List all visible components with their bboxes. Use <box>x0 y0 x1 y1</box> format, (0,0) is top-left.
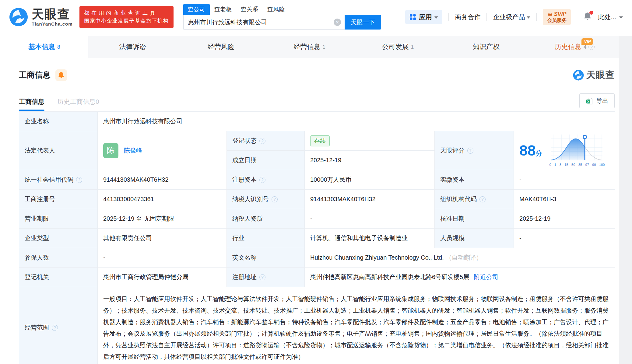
label-text: 天眼评分 <box>440 146 465 155</box>
tab-label: 经营风险 <box>208 42 234 51</box>
field-label-company-name: 企业名称 <box>19 112 98 131</box>
help-icon[interactable]: ? <box>259 177 265 183</box>
field-value-score: 88分 <box>514 131 615 170</box>
help-icon[interactable]: ? <box>467 148 473 154</box>
label-text: 注册资本 <box>232 176 257 184</box>
field-label-industry: 行业 <box>227 229 305 248</box>
legal-rep-link[interactable]: 陈俊峰 <box>124 146 142 155</box>
nav-business-cooperation[interactable]: 商务合作 <box>455 13 480 21</box>
basic-info-content: 工商信息 天眼查 工商信息 历史工商信息0 <box>0 58 619 364</box>
field-label-approval-date: 核准日期 <box>435 209 514 229</box>
tab-company-development[interactable]: 公司发展 1 <box>354 36 442 58</box>
auto-translate-note: （自动翻译） <box>446 254 482 261</box>
svg-text:X: X <box>587 100 589 103</box>
tianyancha-watermark: 天眼查 <box>573 69 615 81</box>
tianyancha-logo[interactable]: 天眼查 TianYanCha.com <box>9 8 73 26</box>
help-icon[interactable]: ? <box>52 325 58 331</box>
tab-label: 知识产权 <box>473 42 500 51</box>
axis-tick: 97 <box>585 163 589 166</box>
brand-domain: TianYanCha.com <box>32 21 73 26</box>
field-value-reg-number: 441303000473361 <box>98 190 227 209</box>
export-button[interactable]: X 导出 <box>579 93 615 108</box>
apps-label: 应用 <box>419 13 432 21</box>
export-label: 导出 <box>596 97 608 105</box>
field-label-insured-count: 参保人数 <box>19 248 98 268</box>
help-icon[interactable]: ? <box>272 196 278 202</box>
business-info-table: 企业名称 惠州市川行致远科技有限公司 法定代表人 陈 陈俊峰 登记状态? 存续 <box>19 111 615 364</box>
nearby-companies-link[interactable]: 附近公司 <box>474 274 498 280</box>
score-number: 88 <box>519 142 535 159</box>
table-row: 统一社会信用代码? 91441303MAK40T6H32 注册资本? 10000… <box>19 170 615 190</box>
search-tab-relation[interactable]: 查关系 <box>236 4 263 15</box>
tab-basic-info[interactable]: 基本信息 8 <box>0 36 88 58</box>
table-row: 工商注册号 441303000473361 纳税人识别号? 91441303MA… <box>19 190 615 209</box>
field-label-staff-size: 人员规模 <box>435 229 514 248</box>
subscribe-bell-button[interactable] <box>55 69 67 81</box>
score-unit: 分 <box>535 150 542 157</box>
apps-grid-icon <box>409 14 416 20</box>
subtab-history-business-info[interactable]: 历史工商信息0 <box>57 97 99 111</box>
notifications-button[interactable] <box>583 12 592 22</box>
score-distribution-chart: 0 1 3 15 50 85 97 99 100 <box>549 135 605 166</box>
tab-count: 8 <box>57 44 60 50</box>
subtab-business-info[interactable]: 工商信息 <box>19 97 44 111</box>
axis-tick: 100 <box>599 163 605 166</box>
field-value-industry: 计算机、通信和其他电子设备制造业 <box>305 229 435 248</box>
tianyancha-logo-icon <box>9 8 28 26</box>
help-icon[interactable]: ? <box>259 274 265 280</box>
field-value-company-name: 惠州市川行致远科技有限公司 <box>98 112 615 131</box>
status-badge: 存续 <box>310 135 330 146</box>
field-value-reg-status: 存续 <box>305 131 435 151</box>
field-value-staff-size: - <box>514 229 615 248</box>
vip-badge: VIP <box>581 38 593 45</box>
top-header: 天眼查 TianYanCha.com 都在用的商业查询工具 国家中小企业发展子基… <box>0 0 632 36</box>
promo-banner: 都在用的商业查询工具 国家中小企业发展子基金旗下机构 <box>79 6 174 28</box>
business-scope-text: 一般项目：人工智能应用软件开发；人工智能理论与算法软件开发；人工智能硬件销售；人… <box>103 291 609 364</box>
nav-enterprise-products[interactable]: 企业级产品 <box>493 13 530 21</box>
user-menu[interactable]: 此处... <box>598 13 623 21</box>
help-icon[interactable]: ? <box>479 196 486 202</box>
tab-label: 法律诉讼 <box>119 42 146 51</box>
field-value-org-code: MAK40T6H-3 <box>514 190 615 209</box>
table-row: 登记机关 惠州市工商行政管理局仲恺分局 注册地址? 惠州仲恺高新区惠南高新科技产… <box>19 268 615 287</box>
table-row: 经营范围? 一般项目：人工智能应用软件开发；人工智能理论与算法软件开发；人工智能… <box>19 287 615 364</box>
tab-legal-proceedings[interactable]: 法律诉讼 <box>88 36 177 58</box>
page-container: 基本信息 8 法律诉讼 经营风险 经营信息 1 公司发展 1 知识产权 VIP … <box>0 36 619 364</box>
company-detail-tabs: 基本信息 8 法律诉讼 经营风险 经营信息 1 公司发展 1 知识产权 VIP … <box>0 36 619 58</box>
axis-tick: 85 <box>578 163 582 166</box>
help-icon[interactable]: ? <box>588 44 595 50</box>
help-icon[interactable]: ? <box>76 177 82 183</box>
axis-tick: 3 <box>560 163 561 166</box>
svip-membership-button[interactable]: SVIP 会员服务 <box>543 9 571 26</box>
field-value-company-type: 其他有限责任公司 <box>98 229 227 248</box>
tab-label: 基本信息 <box>28 42 55 51</box>
axis-tick: 50 <box>571 163 575 166</box>
tab-operating-risk[interactable]: 经营风险 <box>177 36 265 58</box>
tab-intellectual-property[interactable]: 知识产权 <box>442 36 530 58</box>
tab-label: 经营信息 <box>293 42 320 51</box>
field-label-org-code: 组织机构代码? <box>435 190 514 209</box>
tab-operating-info[interactable]: 经营信息 1 <box>265 36 353 58</box>
field-value-reg-address: 惠州仲恺高新区惠南高新科技产业园惠泰北路6号研发楼5层 附近公司 <box>305 268 615 287</box>
tab-history-info[interactable]: VIP 历史信息 4 ? <box>531 36 619 58</box>
tab-count: 1 <box>411 44 414 50</box>
field-label-reg-number: 工商注册号 <box>19 190 98 209</box>
score-axis-labels: 0 1 3 15 50 85 97 99 100 <box>549 163 605 166</box>
tab-label: 公司发展 <box>382 42 409 51</box>
search-tab-risk[interactable]: 查风险 <box>263 4 289 15</box>
search-input[interactable] <box>188 19 334 26</box>
avatar[interactable]: 陈 <box>103 143 118 158</box>
clear-search-icon[interactable]: ✕ <box>334 19 341 26</box>
search-tab-boss[interactable]: 查老板 <box>210 4 236 15</box>
apps-menu[interactable]: 应用 <box>405 10 442 24</box>
help-icon[interactable]: ? <box>259 138 265 144</box>
field-value-paid-capital: - <box>514 170 615 190</box>
label-text: 登记状态 <box>232 137 257 145</box>
english-name-text: Huizhou Chuanxing Zhiyuan Technology Co.… <box>310 254 444 261</box>
search-input-wrap: ✕ <box>183 15 345 30</box>
field-value-taxpayer-id: 91441303MAK40T6H32 <box>305 190 435 209</box>
divider <box>448 13 449 21</box>
search-button[interactable]: 天眼一下 <box>345 15 381 30</box>
search-tab-company[interactable]: 查公司 <box>183 4 210 15</box>
field-value-reg-capital: 10000万人民币 <box>305 170 435 190</box>
